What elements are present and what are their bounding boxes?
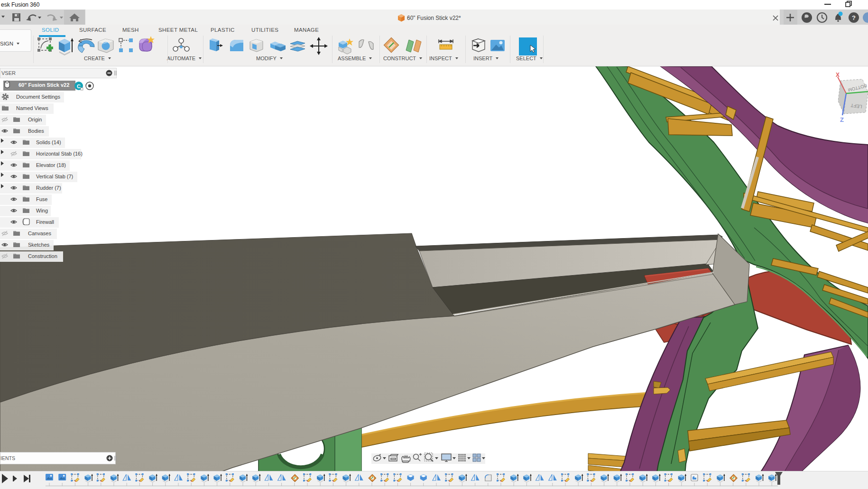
svg-text:?: ? [852,14,856,21]
svg-text:C: C [77,83,81,89]
